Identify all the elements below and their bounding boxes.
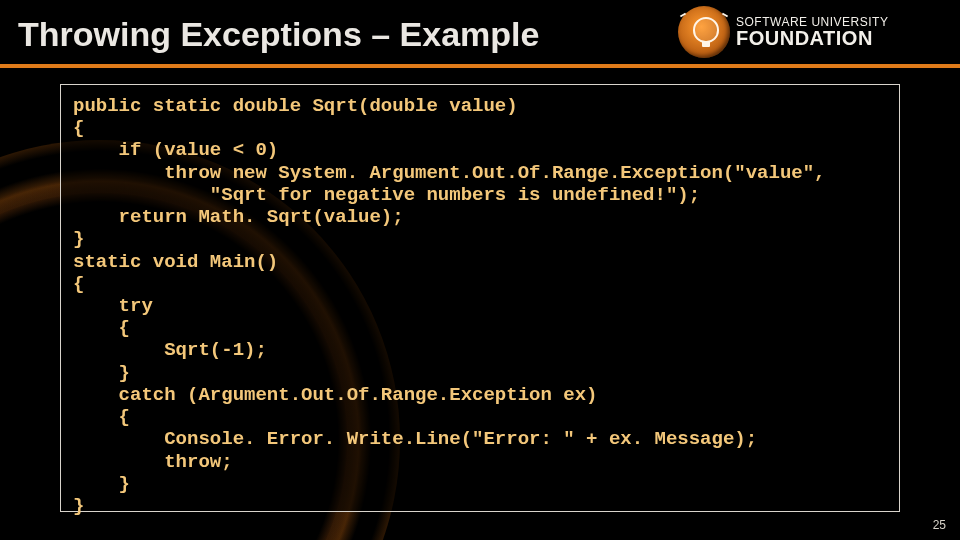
code-box: public static double Sqrt(double value) … xyxy=(60,84,900,512)
page-number: 25 xyxy=(933,518,946,532)
code-line: throw new System. Argument.Out.Of.Range.… xyxy=(73,162,826,184)
code-line: Console. Error. Write.Line("Error: " + e… xyxy=(73,428,757,450)
brand-name: SOFTWARE UNIVERSITY FOUNDATION xyxy=(736,16,888,48)
code-line: throw; xyxy=(73,451,233,473)
code-line: } xyxy=(73,228,84,250)
code-line: Sqrt(-1); xyxy=(73,339,267,361)
code-line: try xyxy=(73,295,153,317)
code-line: } xyxy=(73,473,130,495)
code-line: { xyxy=(73,117,84,139)
code-line: return Math. Sqrt(value); xyxy=(73,206,404,228)
brand-logo: SOFTWARE UNIVERSITY FOUNDATION xyxy=(678,2,948,62)
code-line: public static double Sqrt(double value) xyxy=(73,95,518,117)
title-underline xyxy=(0,64,960,68)
code-line: catch (Argument.Out.Of.Range.Exception e… xyxy=(73,384,598,406)
code-line: { xyxy=(73,273,84,295)
lightbulb-icon xyxy=(678,6,730,58)
code-line: static void Main() xyxy=(73,251,278,273)
code-line: if (value < 0) xyxy=(73,139,278,161)
code-line: } xyxy=(73,495,84,517)
brand-line2: FOUNDATION xyxy=(736,28,888,48)
code-line: } xyxy=(73,362,130,384)
code-line: "Sqrt for negative numbers is undefined!… xyxy=(73,184,700,206)
code-block: public static double Sqrt(double value) … xyxy=(73,95,887,517)
slide-title: Throwing Exceptions – Example xyxy=(18,15,539,54)
code-line: { xyxy=(73,406,130,428)
code-line: { xyxy=(73,317,130,339)
